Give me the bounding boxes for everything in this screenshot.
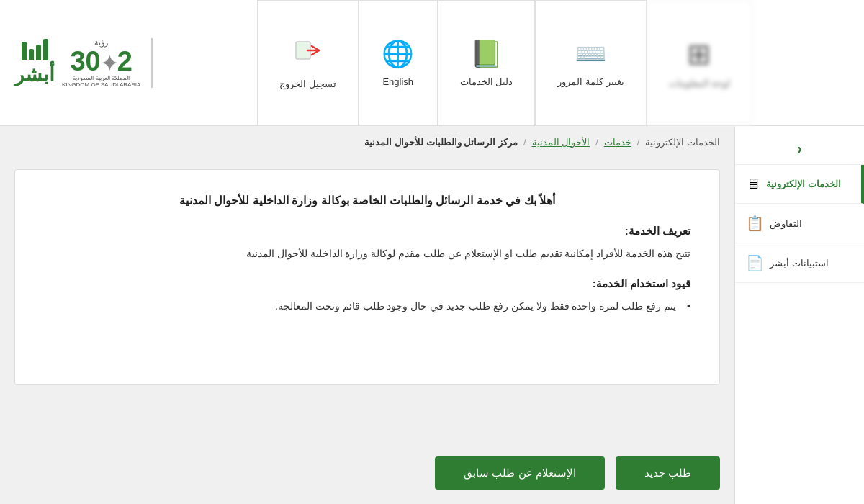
logout-label: تسجيل الخروج bbox=[279, 78, 336, 89]
nav-item-change-password[interactable]: ⌨️ تغيير كلمة المرور bbox=[535, 0, 646, 126]
sidebar-item-electronic-services[interactable]: الخدمات الإلكترونية 🖥 bbox=[735, 165, 864, 204]
sidebar: ‹ الخدمات الإلكترونية 🖥 التفاوض 📋 استبيا… bbox=[734, 126, 864, 504]
service-definition-title: تعريف الخدمة: bbox=[44, 225, 690, 238]
breadcrumb: الخدمات الإلكترونية / خدمات / الأحوال ال… bbox=[0, 126, 734, 151]
breadcrumb-sep-2: / bbox=[595, 137, 598, 148]
action-buttons-container: طلب جديد الإستعلام عن طلب سابق bbox=[0, 442, 734, 504]
sidebar-item-negotiation[interactable]: التفاوض 📋 bbox=[735, 204, 864, 243]
vision-subtitle: المملكة العربية السعوديةKINGDOM OF SAUDI… bbox=[62, 75, 140, 88]
service-card-wrapper: أهلاً بك في خدمة الرسائل والطلبات الخاصة… bbox=[0, 166, 734, 442]
vision-2030-logo: رؤية 2✦30 المملكة العربية السعوديةKINGDO… bbox=[62, 38, 153, 88]
constraint-item-1: يتم رفع طلب لمرة واحدة فقط ولا يمكن رفع … bbox=[44, 297, 690, 315]
absher-surveys-icon: 📄 bbox=[746, 254, 764, 271]
breadcrumb-sep-3: / bbox=[523, 137, 526, 148]
main-panel: الخدمات الإلكترونية / خدمات / الأحوال ال… bbox=[0, 126, 734, 504]
service-definition-text: تتيح هذه الخدمة للأفراد إمكانية تقديم طل… bbox=[44, 245, 690, 263]
top-navigation: ⊞ لوحة المعلومات ⌨️ تغيير كلمة المرور 📗 … bbox=[0, 0, 864, 126]
logout-icon bbox=[293, 36, 322, 71]
service-constraints-title: قيود استخدام الخدمة: bbox=[44, 277, 690, 290]
breadcrumb-civil-affairs[interactable]: الأحوال المدنية bbox=[532, 137, 590, 148]
nav-item-service-guide[interactable]: 📗 دليل الخدمات bbox=[438, 0, 536, 126]
dashboard-icon: ⊞ bbox=[687, 37, 711, 71]
new-request-button[interactable]: طلب جديد bbox=[616, 456, 720, 490]
breadcrumb-sep-1: / bbox=[637, 137, 640, 148]
breadcrumb-electronic-services: الخدمات الإلكترونية bbox=[645, 137, 720, 148]
service-guide-label: دليل الخدمات bbox=[460, 76, 513, 87]
service-guide-icon: 📗 bbox=[470, 39, 503, 69]
absher-title: أبشر bbox=[14, 63, 55, 86]
content-area: ‹ الخدمات الإلكترونية 🖥 التفاوض 📋 استبيا… bbox=[0, 126, 864, 504]
breadcrumb-services[interactable]: خدمات bbox=[604, 137, 631, 148]
electronic-services-icon: 🖥 bbox=[746, 176, 760, 192]
change-password-label: تغيير كلمة المرور bbox=[557, 76, 624, 87]
nav-item-logout[interactable]: تسجيل الخروج bbox=[257, 0, 359, 126]
service-welcome-text: أهلاً بك في خدمة الرسائل والطلبات الخاصة… bbox=[44, 192, 690, 210]
sidebar-item-absher-surveys[interactable]: استبيانات أبشر 📄 bbox=[735, 243, 864, 283]
nav-item-english[interactable]: 🌐 English bbox=[359, 0, 438, 126]
inquiry-button[interactable]: الإستعلام عن طلب سابق bbox=[435, 456, 605, 490]
dashboard-label: لوحة المعلومات bbox=[669, 78, 731, 89]
electronic-services-label: الخدمات الإلكترونية bbox=[766, 179, 841, 189]
vision-number: 2✦30 bbox=[70, 48, 132, 75]
absher-surveys-label: استبيانات أبشر bbox=[770, 258, 829, 269]
nav-items-container: ⊞ لوحة المعلومات ⌨️ تغيير كلمة المرور 📗 … bbox=[160, 0, 850, 126]
logo-container: رؤية 2✦30 المملكة العربية السعوديةKINGDO… bbox=[14, 38, 160, 88]
service-constraints-list: يتم رفع طلب لمرة واحدة فقط ولا يمكن رفع … bbox=[44, 297, 690, 315]
breadcrumb-messages-center: مركز الرسائل والطلبات للأحوال المدنية bbox=[364, 137, 517, 148]
sidebar-toggle-button[interactable]: ‹ bbox=[735, 133, 864, 165]
absher-logo: أبشر bbox=[14, 39, 55, 86]
negotiation-icon: 📋 bbox=[746, 215, 764, 232]
negotiation-label: التفاوض bbox=[770, 218, 802, 229]
change-password-icon: ⌨️ bbox=[575, 39, 607, 69]
english-label: English bbox=[382, 76, 413, 87]
nav-item-dashboard[interactable]: ⊞ لوحة المعلومات bbox=[647, 0, 753, 126]
service-card: أهلاً بك في خدمة الرسائل والطلبات الخاصة… bbox=[14, 169, 720, 385]
globe-icon: 🌐 bbox=[382, 39, 414, 69]
